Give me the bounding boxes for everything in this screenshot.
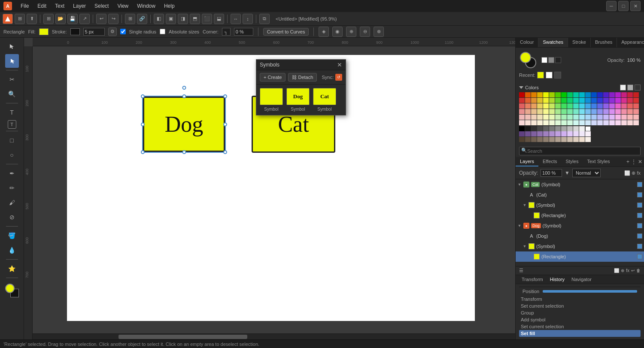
gray-cell[interactable] xyxy=(555,126,561,131)
color-cell[interactable] xyxy=(573,131,579,136)
dog-symbol[interactable]: Dog xyxy=(142,96,226,153)
color-cell[interactable] xyxy=(633,98,639,103)
toolbar-arrange[interactable]: ⧉ xyxy=(259,14,270,24)
color-cell[interactable] xyxy=(591,103,597,109)
history-add-symbol[interactable]: Add symbol xyxy=(519,316,641,323)
color-cell[interactable] xyxy=(537,92,543,97)
color-cell[interactable] xyxy=(567,92,573,97)
color-cell[interactable] xyxy=(609,103,615,109)
color-cell[interactable] xyxy=(579,137,585,142)
tool-fill[interactable]: 🪣 xyxy=(5,229,19,242)
recent-color-3[interactable] xyxy=(554,72,561,79)
color-cell[interactable] xyxy=(603,120,609,125)
stroke-color-swatch[interactable] xyxy=(70,28,80,35)
handle-bl[interactable] xyxy=(141,150,145,154)
symbols-detach-btn[interactable]: ⛓ Detach xyxy=(288,73,317,82)
gray-btn[interactable] xyxy=(627,85,633,91)
color-cell[interactable] xyxy=(573,137,579,142)
sync-btn[interactable]: ↺ xyxy=(335,74,342,81)
tool-ellipse[interactable]: ○ xyxy=(5,148,19,162)
color-cell[interactable] xyxy=(543,98,549,103)
color-cell[interactable] xyxy=(579,131,585,136)
close-btn[interactable]: ✕ xyxy=(630,1,641,11)
color-cell[interactable] xyxy=(543,115,549,120)
gray-cell[interactable] xyxy=(519,126,525,131)
color-cell[interactable] xyxy=(633,115,639,120)
color-cell[interactable] xyxy=(543,131,549,136)
corner-value-input[interactable] xyxy=(234,28,253,36)
tool-eyedropper[interactable]: 💧 xyxy=(5,243,19,257)
color-cell[interactable] xyxy=(609,115,615,120)
color-cell[interactable] xyxy=(549,109,555,114)
color-cell[interactable] xyxy=(561,120,567,125)
color-cell[interactable] xyxy=(603,92,609,97)
color-cell[interactable] xyxy=(525,131,531,136)
color-cell[interactable] xyxy=(597,103,603,109)
color-cell[interactable] xyxy=(561,115,567,120)
color-cell[interactable] xyxy=(567,103,573,109)
color-cell[interactable] xyxy=(585,109,591,114)
bottom-action-2[interactable]: ⊕ xyxy=(621,268,624,273)
color-cell[interactable] xyxy=(603,115,609,120)
layers-add-btn[interactable]: + xyxy=(626,159,629,165)
color-cell[interactable] xyxy=(519,120,525,125)
color-cell[interactable] xyxy=(519,103,525,109)
color-cell[interactable] xyxy=(573,109,579,114)
cat-inner-check[interactable] xyxy=(637,203,642,208)
color-cell[interactable] xyxy=(531,103,537,109)
cat-rect-check[interactable] xyxy=(637,213,642,218)
color-circles[interactable] xyxy=(519,51,537,69)
toolbar-persona-pixel[interactable]: ⊞ xyxy=(15,14,25,24)
cat-inner-expand[interactable]: ▼ xyxy=(522,203,527,207)
menu-view[interactable]: View xyxy=(115,2,130,10)
color-cell[interactable] xyxy=(579,98,585,103)
toolbar-snapping[interactable]: 🔗 xyxy=(137,14,147,24)
single-radius-checkbox[interactable] xyxy=(120,29,126,34)
gray-cell[interactable] xyxy=(573,126,579,131)
color-cell[interactable] xyxy=(627,98,633,103)
absolute-sizes-checkbox[interactable] xyxy=(160,29,165,34)
color-cell[interactable] xyxy=(567,98,573,103)
recent-color-1[interactable] xyxy=(537,72,544,79)
color-cell[interactable] xyxy=(549,98,555,103)
toolbar-align-left[interactable]: ◧ xyxy=(154,14,164,24)
symbols-close-btn[interactable]: ✕ xyxy=(337,61,342,68)
geometry-btn4[interactable]: ⊖ xyxy=(360,27,370,37)
white-btn[interactable] xyxy=(620,85,626,91)
history-group[interactable]: Group xyxy=(519,309,641,316)
menu-edit[interactable]: Edit xyxy=(36,2,48,10)
color-cell[interactable] xyxy=(531,98,537,103)
color-cell[interactable] xyxy=(531,115,537,120)
convert-to-curves-btn[interactable]: Convert to Curves xyxy=(263,28,309,36)
color-cell[interactable] xyxy=(543,120,549,125)
color-cell[interactable] xyxy=(519,98,525,103)
color-cell[interactable] xyxy=(537,109,543,114)
color-cell[interactable] xyxy=(633,120,639,125)
color-cell[interactable] xyxy=(615,120,621,125)
color-cell[interactable] xyxy=(591,109,597,114)
color-cell[interactable] xyxy=(621,120,627,125)
color-cell[interactable] xyxy=(561,137,567,142)
color-cell[interactable] xyxy=(585,131,591,136)
color-cell[interactable] xyxy=(543,103,549,109)
toolbar-flip-h[interactable]: ↔ xyxy=(231,14,241,24)
layers-tab-effects[interactable]: Effects xyxy=(538,157,561,166)
tab-brushes[interactable]: Brushes xyxy=(591,38,617,47)
color-cell[interactable] xyxy=(561,103,567,109)
color-cell[interactable] xyxy=(621,92,627,97)
color-cell[interactable] xyxy=(573,92,579,97)
layers-tab-layers[interactable]: Layers xyxy=(516,157,538,166)
color-cell[interactable] xyxy=(561,131,567,136)
handle-tm[interactable] xyxy=(182,94,186,98)
color-cell[interactable] xyxy=(621,115,627,120)
color-cell[interactable] xyxy=(519,109,525,114)
gray-cell[interactable] xyxy=(525,126,531,131)
dog-inner-check[interactable] xyxy=(637,244,642,249)
layer-cat-symbol[interactable]: ▼ ● Cat (Symbol) xyxy=(516,179,644,190)
history-set-selection-2[interactable]: Set current selection xyxy=(519,323,641,330)
color-cell[interactable] xyxy=(579,103,585,109)
cat-symbol-visibility[interactable]: ● xyxy=(523,182,529,188)
toolbar-undo[interactable]: ↩ xyxy=(96,14,106,24)
color-cell[interactable] xyxy=(597,120,603,125)
bottom-action-4[interactable]: ↩ xyxy=(631,268,635,273)
